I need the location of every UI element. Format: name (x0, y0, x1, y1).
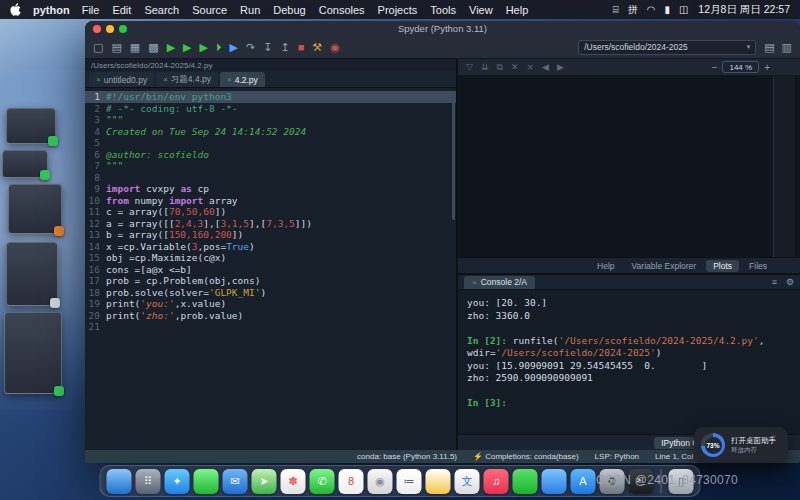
console-icons: ≡⚙ (772, 277, 794, 287)
open-file-icon[interactable]: ▤ (111, 42, 121, 53)
console-pane: × Console 2/A ≡⚙ you: [20. 30.]zho: 3360… (458, 275, 800, 450)
run-selection-icon[interactable]: ⏵ (216, 42, 222, 53)
code-line: 13b = array([150,160,200]) (85, 229, 456, 241)
dock-contacts-icon[interactable]: ◉ (368, 469, 393, 494)
console-line: zho: 3360.0 (467, 310, 791, 323)
window-thumbnail-3[interactable] (8, 184, 62, 234)
copy-plot-icon[interactable]: ⧉ (496, 62, 502, 73)
dock-launchpad-icon[interactable]: ⠿ (136, 469, 161, 494)
menu-source[interactable]: Source (192, 4, 227, 16)
window-titlebar[interactable]: Spyder (Python 3.11) (85, 21, 800, 36)
display-mirroring-icon[interactable]: ⌸ (613, 4, 619, 16)
console-list-icon[interactable]: ≡ (772, 277, 777, 287)
preferences-wrench-icon[interactable]: ⚒ (312, 42, 322, 53)
dock-qq-icon[interactable] (542, 469, 567, 494)
pane-tab-plots[interactable]: Plots (706, 260, 739, 272)
menu-search[interactable]: Search (144, 4, 179, 16)
console-output[interactable]: you: [20. 30.]zho: 3360.0 In [2]: runfil… (458, 290, 800, 434)
zoom-in-icon[interactable]: + (764, 62, 770, 73)
run-cell-icon[interactable]: ▶ (183, 42, 191, 53)
pane-tab-help[interactable]: Help (590, 260, 621, 272)
window-thumbnail-2[interactable] (2, 150, 48, 178)
zoom-out-icon[interactable]: − (712, 62, 718, 73)
menu-tools[interactable]: Tools (430, 4, 456, 16)
window-thumbnail-1[interactable] (6, 108, 56, 144)
tab-close-icon[interactable]: × (163, 75, 168, 84)
line-number: 15 (85, 252, 106, 264)
step-return-icon[interactable]: ↥ (280, 42, 289, 53)
editor-scrollbar[interactable] (452, 92, 455, 220)
console-options-icon[interactable]: ⚙ (786, 277, 794, 287)
save-all-icon[interactable]: ▩ (148, 42, 158, 53)
dock-photos-icon[interactable]: ✽ (281, 469, 306, 494)
run-cell-advance-icon[interactable]: ▶ (200, 42, 208, 53)
menu-file[interactable]: File (82, 4, 100, 16)
window-thumbnail-4[interactable] (6, 242, 58, 306)
save-plot-icon[interactable]: ▽ (466, 62, 473, 72)
menu-view[interactable]: View (469, 4, 493, 16)
run-icon[interactable]: ▶ (167, 42, 175, 53)
remove-all-plots-icon[interactable]: ⨯ (526, 62, 534, 72)
code-editor[interactable]: 1#!/usr/bin/env python32# -*- coding: ut… (85, 88, 456, 450)
dock-finder-icon[interactable] (107, 469, 132, 494)
debug-file-icon[interactable]: ▶ (230, 42, 238, 53)
editor-tab-4.2.py[interactable]: ×4.2.py (220, 72, 265, 87)
memory-assistant-widget[interactable]: 73% 打开桌面助手 释放内存 (694, 427, 788, 463)
python-env-icon[interactable]: ◉ (330, 42, 340, 53)
menu-consoles[interactable]: Consoles (319, 4, 365, 16)
menu-projects[interactable]: Projects (378, 4, 418, 16)
tab-close-icon[interactable]: × (96, 75, 101, 84)
new-file-icon[interactable]: ▢ (93, 42, 103, 53)
dock-translate-icon[interactable]: 文 (455, 469, 480, 494)
dock-music-icon[interactable]: ♫ (484, 469, 509, 494)
dock-messages-icon[interactable] (194, 469, 219, 494)
dock-safari-icon[interactable]: ✦ (165, 469, 190, 494)
parent-folder-icon[interactable]: ▥ (782, 41, 792, 54)
plots-pane: ▽⇊⧉✕⨯◀▶ − 144 % + HelpVariable ExplorerP… (458, 59, 800, 275)
dock-maps-icon[interactable]: ➤ (252, 469, 277, 494)
input-source-badge[interactable]: 拼 (628, 3, 638, 17)
dock-appstore-icon[interactable]: A (571, 469, 596, 494)
battery-icon[interactable]: ▮ (664, 4, 670, 15)
editor-tab-习题4.4.py[interactable]: ×习题4.4.py (156, 72, 218, 87)
dock-facetime-icon[interactable]: ✆ (310, 469, 335, 494)
step-into-icon[interactable]: ↧ (263, 42, 272, 53)
window-thumbnail-5[interactable] (4, 312, 62, 394)
code-text: prob.solve(solver='GLPK_MI') (106, 287, 266, 299)
next-plot-icon[interactable]: ▶ (557, 62, 564, 72)
stop-icon[interactable]: ■ (298, 42, 305, 53)
wifi-icon[interactable]: ◠ (647, 4, 656, 15)
close-icon[interactable]: × (472, 278, 477, 287)
remove-plot-icon[interactable]: ✕ (511, 62, 519, 72)
plots-thumbnail-sidebar[interactable] (773, 76, 795, 257)
dock-notes-icon[interactable] (426, 469, 451, 494)
previous-plot-icon[interactable]: ◀ (542, 62, 549, 72)
menu-run[interactable]: Run (240, 4, 260, 16)
pane-tab-variable-explorer[interactable]: Variable Explorer (625, 260, 704, 272)
console-tab[interactable]: × Console 2/A (464, 276, 535, 289)
pane-tab-files[interactable]: Files (742, 260, 774, 272)
dock-wechat-icon[interactable] (513, 469, 538, 494)
menu-edit[interactable]: Edit (112, 4, 131, 16)
editor-tab-untitled0.py[interactable]: ×untitled0.py (89, 72, 154, 87)
app-menu-name[interactable]: python (33, 4, 70, 16)
line-number: 9 (85, 183, 106, 195)
dock-mail-icon[interactable]: ✉ (223, 469, 248, 494)
code-line: 19print('you:',x.value) (85, 298, 456, 310)
working-directory-select[interactable]: /Users/scofieldo/2024-2025 ▾ (578, 40, 756, 55)
code-text: @author: scofieldo (106, 149, 209, 161)
apple-menu-icon[interactable] (10, 3, 21, 16)
menu-help[interactable]: Help (506, 4, 529, 16)
code-line: 12a = array([[2,4,3],[3,1,5],[7,3,5]]) (85, 218, 456, 230)
dock-reminders-icon[interactable]: ≔ (397, 469, 422, 494)
dock-calendar-icon[interactable]: 8 (339, 469, 364, 494)
save-all-plots-icon[interactable]: ⇊ (481, 62, 489, 72)
control-center-icon[interactable]: ◫ (679, 4, 688, 15)
browse-folder-icon[interactable]: ▤ (764, 41, 774, 54)
menubar-clock[interactable]: 12月8日 周日 22:57 (698, 3, 790, 17)
save-icon[interactable]: ▦ (130, 42, 140, 53)
tab-close-icon[interactable]: × (227, 75, 232, 84)
menu-debug[interactable]: Debug (273, 4, 305, 16)
step-over-icon[interactable]: ↷ (246, 42, 255, 53)
app-badge-icon (54, 226, 64, 236)
